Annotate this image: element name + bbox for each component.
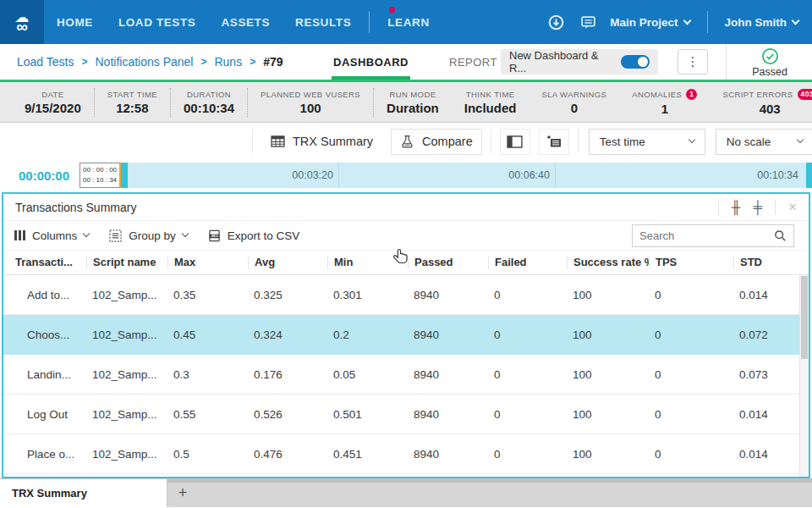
cell: 0.5 <box>167 448 248 461</box>
column-header-std[interactable]: STD <box>733 256 809 269</box>
cell: 102_Samp... <box>86 408 167 421</box>
tab-dashboard[interactable]: DASHBOARD <box>332 44 410 80</box>
cell: 0.014 <box>733 408 809 421</box>
cell: 0.45 <box>167 329 248 341</box>
scale-filter-value: No scale <box>727 135 771 148</box>
cell: 0 <box>649 329 733 341</box>
toolbar-divider <box>578 129 579 152</box>
cell: 100 <box>567 329 649 341</box>
add-tab-button[interactable]: + <box>167 484 198 502</box>
toggle-switch[interactable] <box>621 55 650 69</box>
notification-dot <box>389 7 395 13</box>
column-header-failed[interactable]: Failed <box>488 256 567 269</box>
table-row[interactable]: Choos... 102_Samp... 0.45 0.324 0.2 8940… <box>3 315 809 355</box>
table-row[interactable]: Place o... 102_Samp... 0.5 0.476 0.451 8… <box>3 434 809 474</box>
cell: Landin... <box>14 368 86 381</box>
cell: Choos... <box>14 329 86 341</box>
close-icon[interactable]: × <box>788 200 797 214</box>
stat-start-time: START TIME 12:58 <box>95 88 171 117</box>
nav-divider <box>707 11 708 33</box>
cell: 0.325 <box>248 289 327 301</box>
export-csv-icon <box>208 229 221 242</box>
column-header-avg[interactable]: Avg <box>248 256 327 269</box>
layout-panel-button[interactable] <box>500 129 530 155</box>
run-status: Passed <box>739 47 800 78</box>
nav-item-results[interactable]: RESULTS <box>283 0 364 44</box>
layout-panel-icon <box>507 135 523 148</box>
add-widget-button[interactable] <box>539 129 569 155</box>
table-row[interactable]: Landin... 102_Samp... 0.3 0.176 0.05 894… <box>3 355 809 395</box>
run-status-label: Passed <box>752 66 787 78</box>
user-menu[interactable]: John Smith <box>725 16 799 29</box>
cell: 0.014 <box>733 289 809 301</box>
tab-trx-summary[interactable]: TRX Summary <box>0 479 167 507</box>
search-icon[interactable] <box>774 229 787 242</box>
panel-title: Transactions Summary <box>15 201 136 214</box>
cell: 0.073 <box>733 368 809 381</box>
breadcrumb-notifications-panel[interactable]: Notifications Panel <box>95 55 193 69</box>
trx-summary-button[interactable]: TRX Summary <box>261 129 382 154</box>
fit-columns-icon[interactable]: ╫ <box>732 201 741 213</box>
column-header-script-name[interactable]: Script name <box>86 256 167 269</box>
export-csv-button[interactable]: Export to CSV <box>208 229 300 242</box>
column-header-transaction[interactable]: Transacti... <box>14 256 86 269</box>
stat-sla-warnings: SLA WARNINGS 0 <box>529 88 619 117</box>
columns-button[interactable]: Columns <box>14 229 89 242</box>
fit-rows-icon[interactable]: ╪ <box>753 201 762 213</box>
scale-filter-select[interactable]: No scale <box>716 129 812 155</box>
column-header-tps[interactable]: TPS <box>649 256 733 269</box>
panel-actions-divider <box>718 200 719 215</box>
cell: 100 <box>567 368 649 381</box>
table-scrollbar[interactable] <box>799 275 809 477</box>
columns-label: Columns <box>32 229 77 242</box>
search-input[interactable] <box>639 229 774 242</box>
horizontal-scrollbar[interactable] <box>167 479 812 483</box>
breadcrumb-load-tests[interactable]: Load Tests <box>17 55 74 69</box>
nav-item-learn[interactable]: LEARN <box>375 0 442 44</box>
cell: 0.526 <box>248 408 327 421</box>
toggle-knob <box>638 57 648 67</box>
stat-date: DATE 9/15/2020 <box>12 88 95 117</box>
feedback-icon[interactable] <box>578 12 598 32</box>
column-header-success-rate[interactable]: Success rate % <box>567 256 649 269</box>
app-logo[interactable]: ☁ ∞ <box>0 0 44 44</box>
column-header-max[interactable]: Max <box>167 256 248 269</box>
cell: 8940 <box>408 408 488 421</box>
group-by-button[interactable]: Group by <box>109 229 188 242</box>
column-header-min[interactable]: Min <box>327 256 408 269</box>
script-errors-badge: 403 <box>798 89 812 100</box>
chevron-down-icon <box>796 136 803 143</box>
breadcrumb-runs[interactable]: Runs <box>214 55 242 69</box>
timeline-track[interactable]: 00:03:20 00:06:40 00:10:34 <box>128 163 812 188</box>
kebab-menu-button[interactable]: ⋮ <box>678 49 708 75</box>
anomalies-badge: 1 <box>686 89 697 100</box>
nav-item-load-tests[interactable]: LOAD TESTS <box>106 0 209 44</box>
passed-check-icon <box>761 47 779 65</box>
cell: 0.2 <box>327 329 408 341</box>
project-selector[interactable]: Main Project <box>610 16 689 29</box>
export-csv-label: Export to CSV <box>228 229 300 242</box>
timeline-scrubber-handle[interactable] <box>121 163 128 188</box>
chevron-down-icon <box>683 16 691 25</box>
timeline-end-marker[interactable] <box>806 163 812 188</box>
compare-button[interactable]: Compare <box>391 129 482 155</box>
table-row[interactable]: Log Out 102_Samp... 0.55 0.526 0.501 894… <box>3 395 809 434</box>
table-scrollbar-thumb[interactable] <box>801 276 808 359</box>
time-filter-select[interactable]: Test time <box>589 129 705 155</box>
cell: 100 <box>567 289 649 301</box>
run-stats-bar: DATE 9/15/2020 START TIME 12:58 DURATION… <box>0 82 812 123</box>
timeline-current-time: 00:00:00 <box>0 160 80 190</box>
cell: 0 <box>488 448 567 461</box>
run-header: Load Tests > Notifications Panel > Runs … <box>0 44 812 82</box>
nav-item-home[interactable]: HOME <box>44 0 106 44</box>
updates-icon[interactable] <box>546 12 566 32</box>
cell: 0.501 <box>327 408 408 421</box>
cell: Add to... <box>14 289 86 301</box>
table-row[interactable]: Add to... 102_Samp... 0.35 0.325 0.301 8… <box>3 275 809 315</box>
cell: 8940 <box>408 329 488 341</box>
column-header-passed[interactable]: Passed <box>408 256 488 269</box>
tab-report[interactable]: REPORT <box>447 44 499 80</box>
timeline-range-start: 00 : 00 : 00 <box>83 165 119 175</box>
new-dashboard-toggle-group[interactable]: New Dashboard & R... <box>501 49 658 75</box>
nav-item-assets[interactable]: ASSETS <box>208 0 283 44</box>
